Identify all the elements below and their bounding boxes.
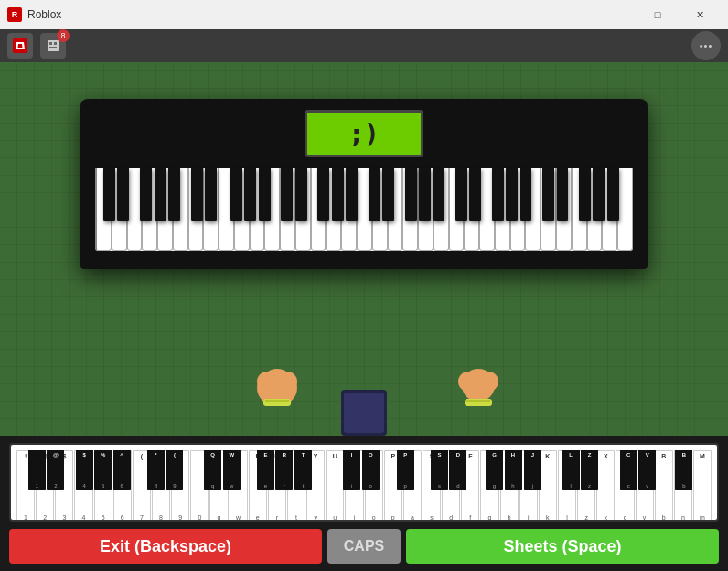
keyboard-white-key[interactable]: Aa xyxy=(403,450,422,522)
bottom-buttons: Exit (Backspace) CAPS Sheets (Space) xyxy=(9,529,719,564)
more-options-button[interactable]: ••• xyxy=(691,31,721,60)
keyboard-white-key[interactable]: %4 xyxy=(74,450,92,522)
bottom-panel: !1@2$3%4^5*6(7890QqWwEeRrTtYyUuIiOoPpAaS… xyxy=(0,436,728,571)
piano-white-key[interactable] xyxy=(264,168,280,251)
keyboard-white-key[interactable]: $3 xyxy=(55,450,73,522)
piano-white-key[interactable] xyxy=(280,168,295,251)
piano-white-key[interactable] xyxy=(402,168,418,251)
keyboard-white-key[interactable]: Tt xyxy=(287,450,305,522)
minimize-button[interactable]: — xyxy=(594,0,637,29)
keyboard-white-key[interactable]: !1 xyxy=(16,450,35,522)
piano-white-key[interactable] xyxy=(127,168,143,251)
roblox-logo-icon xyxy=(13,38,27,53)
svg-rect-4 xyxy=(49,42,52,45)
game-area: ;) xyxy=(0,62,728,436)
piano-white-key[interactable] xyxy=(587,168,603,251)
piano-white-key[interactable] xyxy=(112,168,127,251)
piano-white-key[interactable] xyxy=(434,168,449,251)
keyboard-white-key[interactable]: Gg xyxy=(480,450,498,522)
keyboard-white-key[interactable]: 9 xyxy=(171,450,189,522)
piano-white-key[interactable] xyxy=(510,168,526,251)
piano-white-key[interactable] xyxy=(173,168,188,251)
piano-white-key[interactable] xyxy=(295,168,311,251)
piano-white-key[interactable] xyxy=(203,168,219,251)
keyboard-white-key[interactable]: Ff xyxy=(461,450,479,522)
keyboard-white-key[interactable]: Xx xyxy=(596,450,615,522)
notifications-button[interactable]: 8 xyxy=(40,33,66,59)
piano-white-key[interactable] xyxy=(418,168,434,251)
keyboard-white-key[interactable]: Vv xyxy=(636,450,654,522)
piano-white-key[interactable] xyxy=(388,168,403,251)
piano-white-key[interactable] xyxy=(617,168,633,251)
piano-white-key[interactable] xyxy=(357,168,372,251)
piano-white-key[interactable] xyxy=(541,168,556,251)
keyboard-white-key[interactable]: Kk xyxy=(539,450,557,522)
piano-white-key[interactable] xyxy=(341,168,357,251)
svg-rect-5 xyxy=(54,42,57,45)
keyboard-white-key[interactable]: Uu xyxy=(326,450,344,522)
keyboard-display: !1@2$3%4^5*6(7890QqWwEeRrTtYyUuIiOoPpAaS… xyxy=(9,443,719,522)
piano-white-key[interactable] xyxy=(602,168,617,251)
keyboard-white-key[interactable]: Nn xyxy=(674,450,692,522)
piano-keys xyxy=(95,168,633,251)
maximize-button[interactable]: □ xyxy=(637,0,679,29)
piano-white-key[interactable] xyxy=(372,168,388,251)
roblox-logo-button[interactable] xyxy=(7,33,33,59)
exit-button[interactable]: Exit (Backspace) xyxy=(9,529,322,564)
close-button[interactable]: ✕ xyxy=(679,0,721,29)
piano-white-key[interactable] xyxy=(572,168,587,251)
svg-rect-6 xyxy=(49,47,57,48)
keyboard-white-key[interactable]: Ll xyxy=(558,450,576,522)
keyboard-white-key[interactable]: Mm xyxy=(693,450,712,522)
keyboard-white-key[interactable]: Ee xyxy=(249,450,267,522)
piano-white-key[interactable] xyxy=(495,168,510,251)
sheets-button[interactable]: Sheets (Space) xyxy=(406,529,719,564)
keyboard-white-key[interactable]: Ww xyxy=(230,450,248,522)
keyboard-white-key[interactable]: 8 xyxy=(152,450,170,522)
window-title: Roblox xyxy=(27,8,594,21)
keyboard-white-key[interactable]: Oo xyxy=(365,450,383,522)
keyboard-white-key[interactable]: @2 xyxy=(36,450,54,522)
piano-white-key[interactable] xyxy=(219,168,234,251)
piano-white-key[interactable] xyxy=(157,168,173,251)
piano-white-key[interactable] xyxy=(311,168,327,251)
keyboard-white-key[interactable]: Ss xyxy=(423,450,441,522)
keyboard-white-key[interactable]: Cc xyxy=(616,450,634,522)
keyboard-white-key[interactable]: Jj xyxy=(519,450,538,522)
keyboard-white-key[interactable]: Pp xyxy=(384,450,402,522)
piano-white-key[interactable] xyxy=(479,168,495,251)
keyboard-white-key[interactable]: Zz xyxy=(577,450,595,522)
keyboard-white-key[interactable]: Dd xyxy=(442,450,460,522)
keyboard-white-key[interactable]: ^5 xyxy=(94,450,112,522)
svg-rect-14 xyxy=(465,399,492,406)
window-controls: — □ ✕ xyxy=(594,0,721,29)
piano-white-key[interactable] xyxy=(234,168,250,251)
keyboard-white-key[interactable]: Qq xyxy=(209,450,228,522)
game-toolbar: 8 ••• xyxy=(0,29,728,62)
piano-white-key[interactable] xyxy=(525,168,541,251)
piano-container: ;) xyxy=(80,99,648,269)
keyboard-white-key[interactable]: Ii xyxy=(345,450,363,522)
piano-white-key[interactable] xyxy=(188,168,204,251)
piano-white-key[interactable] xyxy=(449,168,465,251)
keyboard-white-key[interactable]: (7 xyxy=(133,450,151,522)
svg-rect-3 xyxy=(48,40,59,51)
svg-marker-2 xyxy=(18,44,23,48)
caps-button[interactable]: CAPS xyxy=(327,529,401,564)
keyboard-white-key[interactable]: Rr xyxy=(268,450,286,522)
piano-screen: ;) xyxy=(305,110,423,157)
more-icon: ••• xyxy=(700,40,713,51)
notification-badge: 8 xyxy=(57,29,70,42)
piano-white-key[interactable] xyxy=(142,168,157,251)
keyboard-white-key[interactable]: Yy xyxy=(306,450,325,522)
keyboard-white-key[interactable]: Hh xyxy=(500,450,519,522)
keyboard-white-key[interactable]: *6 xyxy=(113,450,132,522)
piano-white-key[interactable] xyxy=(464,168,479,251)
piano-white-key[interactable] xyxy=(250,168,265,251)
piano-white-key[interactable] xyxy=(95,168,112,251)
keyboard-white-key[interactable]: Bb xyxy=(655,450,673,522)
titlebar: R Roblox — □ ✕ xyxy=(0,0,728,29)
piano-white-key[interactable] xyxy=(556,168,572,251)
keyboard-white-key[interactable]: 0 xyxy=(190,450,209,522)
piano-white-key[interactable] xyxy=(326,168,341,251)
